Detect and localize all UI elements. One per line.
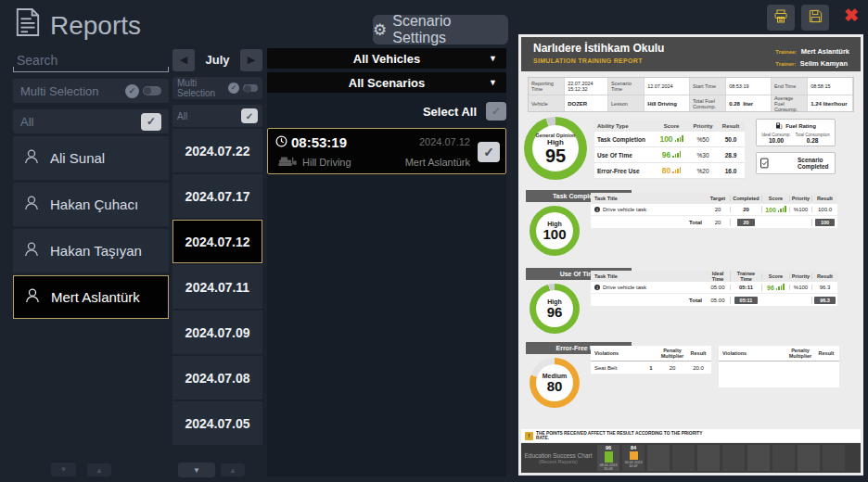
edu-empty-slot	[647, 445, 670, 471]
clock-icon	[275, 134, 287, 150]
ability-row: Use Of Time 96 %30 28.9	[594, 147, 745, 163]
trainee-item-hakan-tasiyan[interactable]: Hakan Taşıyan	[13, 229, 169, 273]
session-lesson: Hill Driving	[302, 157, 351, 168]
next-month-button[interactable]: ▶	[240, 49, 262, 71]
date-item[interactable]: 2024.07.05	[172, 401, 262, 445]
col-ability-type: Ability Type	[594, 123, 654, 129]
multi-selection-row-dates[interactable]: Multi Selection ✓	[172, 77, 262, 99]
warning-icon: !	[525, 432, 533, 440]
all-trainees-checkbox[interactable]: ✓	[141, 113, 161, 131]
edu-empty-slot	[722, 445, 745, 471]
date-scroll-up-button[interactable]: ▲	[221, 463, 245, 476]
edu-chart-subtitle: (Recent Reports)	[521, 459, 595, 464]
trainee-scroll-up-button[interactable]: ▲	[87, 463, 111, 476]
select-all-sessions-row: Select All ✓	[267, 100, 506, 122]
session-time: 08:53:19	[291, 134, 347, 150]
chevron-down-icon: ▼	[489, 78, 497, 87]
trainee-panel: Multi Selection ✓ All ✓ Ali Sunal Hakan …	[13, 48, 169, 319]
donut-score: 80	[547, 379, 563, 393]
violations-empty-area	[719, 362, 839, 387]
date-label: 2024.07.22	[185, 144, 249, 159]
signal-bars-icon	[672, 167, 681, 173]
error-free-use-donut: Medium 80	[530, 358, 580, 408]
multi-selection-row[interactable]: Multi Selection ✓	[13, 79, 169, 103]
edu-empty-slot	[747, 445, 770, 471]
reports-window: Reports ⚙ Scenario Settings ✖ Multi Sele…	[0, 0, 868, 482]
use-of-time-donut: High 96	[530, 284, 580, 334]
previous-month-button[interactable]: ◀	[172, 49, 195, 71]
scenario-completed-box: Scenario Completed	[756, 152, 836, 174]
signal-bars-icon	[675, 135, 683, 142]
trainee-item-hakan-cuhaci[interactable]: Hakan Çuhacı	[13, 183, 169, 226]
save-button[interactable]	[801, 5, 829, 31]
multi-selection-toggle[interactable]: ✓	[228, 82, 258, 94]
edu-empty-slot	[697, 445, 720, 471]
select-all-label: Select All	[423, 105, 477, 119]
all-dates-checkbox[interactable]: ✓	[241, 108, 258, 123]
donut-score: 95	[545, 146, 566, 165]
violation-row: Seat Belt 1 20 20.0	[591, 362, 711, 374]
chevron-down-icon: ▼	[489, 54, 497, 63]
scenario-time-value: 12.07.2024	[645, 78, 690, 95]
date-item[interactable]: 2024.07.09	[172, 311, 262, 354]
trainee-item-mert-aslanturk-selected[interactable]: Mert Aslantürk	[13, 275, 169, 319]
chevron-down-icon: ▼	[60, 465, 68, 474]
person-icon	[22, 147, 41, 169]
end-time-value: 08:58:15	[808, 78, 853, 95]
date-scroll-down-button[interactable]: ▼	[178, 463, 215, 477]
ability-row: Error-Free Use 80 %20 16.0	[594, 163, 745, 179]
session-checkbox[interactable]: ✓	[478, 142, 500, 162]
total-fuel-label: Total Fuel Consump.	[690, 95, 726, 111]
trainee-item-ali-sunal[interactable]: Ali Sunal	[13, 136, 169, 180]
time-total-row: Total 05:00 05:11 96.3	[591, 294, 837, 306]
select-all-dates-row[interactable]: All ✓	[172, 105, 262, 127]
vehicles-dropdown[interactable]: All Vehicles ▼	[267, 48, 506, 69]
signal-bars-icon	[672, 151, 681, 158]
floppy-save-icon	[809, 9, 823, 27]
lesson-label: Lesson	[608, 95, 645, 111]
trainee-trainer-block: Trainee: Mert Aslantürk Trainer: Selim K…	[775, 44, 849, 69]
close-icon[interactable]: ✖	[844, 5, 859, 26]
signal-bars-icon	[778, 206, 786, 212]
session-date: 2024.07.12	[419, 136, 470, 147]
trainee-name: Hakan Taşıyan	[50, 243, 142, 259]
select-all-trainees-row[interactable]: All ✓	[13, 109, 169, 133]
scenario-completed-label: Scenario Completed	[798, 157, 832, 170]
multi-selection-toggle[interactable]: ✓	[125, 84, 161, 98]
trainee-label: Trainee:	[775, 49, 797, 55]
lesson-value: Hill Driving	[645, 95, 690, 111]
search-input[interactable]	[13, 48, 169, 72]
date-item-selected[interactable]: 2024.07.12	[172, 220, 262, 263]
search-field-wrap	[13, 48, 169, 72]
arrow-right-icon: ▶	[248, 54, 255, 66]
session-card[interactable]: 08:53:19 2024.07.12 Hill Driving Mert As…	[267, 128, 506, 174]
reporting-time-label: Reporting Time	[529, 78, 565, 95]
dozer-vehicle-icon	[275, 156, 298, 169]
priority-note: ! THE POINTS RECEIVED AFFECT THE RESULT …	[521, 429, 861, 442]
gear-icon: ⚙	[373, 20, 387, 40]
edu-empty-slot	[672, 445, 695, 471]
report-header: Narlıdere İstihkam Okulu SIMULATION TRAI…	[521, 37, 861, 71]
scenarios-dropdown-value: All Scenarios	[349, 76, 425, 90]
select-all-checkbox[interactable]: ✓	[486, 102, 506, 120]
date-item[interactable]: 2024.07.08	[172, 356, 262, 400]
date-item[interactable]: 2024.07.22	[172, 129, 262, 172]
trainee-scroll-down-button[interactable]: ▼	[51, 463, 76, 476]
task-completion-table: Task Title Target Completed Score Priori…	[591, 193, 837, 228]
date-label: 2024.07.09	[185, 325, 249, 340]
printer-icon	[773, 8, 788, 28]
vehicles-dropdown-value: All Vehicles	[353, 52, 420, 66]
date-item[interactable]: 2024.07.11	[172, 265, 262, 309]
edu-empty-slot	[823, 445, 845, 471]
edu-chart-title: Education Success Chart	[521, 452, 595, 459]
scenarios-dropdown[interactable]: All Scenarios ▼	[267, 72, 506, 93]
scenario-settings-button[interactable]: ⚙ Scenario Settings	[373, 15, 508, 44]
trainee-value: Mert Aslantürk	[801, 47, 849, 56]
page-title-label: Reports	[50, 11, 141, 41]
date-item[interactable]: 2024.07.17	[172, 174, 262, 218]
total-consumption-value: 0.28	[795, 137, 829, 144]
edu-empty-slot	[798, 445, 820, 471]
trainee-name: Hakan Çuhacı	[50, 197, 138, 212]
print-button[interactable]	[767, 5, 795, 31]
toggle-pill	[243, 84, 258, 92]
